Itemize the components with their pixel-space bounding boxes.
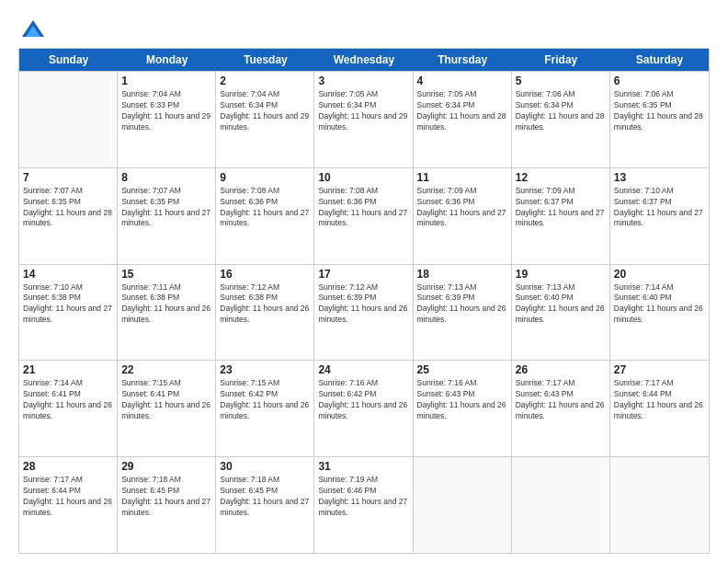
day-number: 13 bbox=[614, 171, 705, 184]
day-number: 22 bbox=[121, 363, 211, 376]
calendar-cell: 3Sunrise: 7:05 AMSunset: 6:34 PMDaylight… bbox=[314, 72, 413, 167]
calendar-cell: 16Sunrise: 7:12 AMSunset: 6:38 PMDayligh… bbox=[216, 265, 314, 361]
calendar-cell bbox=[512, 457, 610, 553]
day-number: 4 bbox=[417, 75, 507, 87]
header-tuesday: Tuesday bbox=[216, 49, 314, 71]
day-info: Sunrise: 7:10 AMSunset: 6:38 PMDaylight:… bbox=[23, 282, 113, 327]
calendar-cell bbox=[610, 457, 709, 553]
day-number: 14 bbox=[23, 268, 113, 281]
day-info: Sunrise: 7:09 AMSunset: 6:36 PMDaylight:… bbox=[417, 186, 507, 230]
day-info: Sunrise: 7:11 AMSunset: 6:38 PMDaylight:… bbox=[121, 282, 211, 327]
calendar-cell: 20Sunrise: 7:14 AMSunset: 6:40 PMDayligh… bbox=[610, 265, 709, 361]
day-info: Sunrise: 7:07 AMSunset: 6:35 PMDaylight:… bbox=[121, 186, 211, 230]
header-saturday: Saturday bbox=[610, 49, 709, 71]
day-info: Sunrise: 7:17 AMSunset: 6:43 PMDaylight:… bbox=[516, 378, 606, 422]
calendar: Sunday Monday Tuesday Wednesday Thursday… bbox=[18, 48, 710, 554]
calendar-cell: 2Sunrise: 7:04 AMSunset: 6:34 PMDaylight… bbox=[216, 72, 314, 167]
header-friday: Friday bbox=[512, 49, 610, 71]
day-number: 5 bbox=[516, 75, 606, 87]
page: Sunday Monday Tuesday Wednesday Thursday… bbox=[0, 0, 728, 563]
calendar-cell: 23Sunrise: 7:15 AMSunset: 6:42 PMDayligh… bbox=[216, 361, 314, 456]
day-number: 27 bbox=[614, 363, 705, 376]
calendar-cell: 10Sunrise: 7:08 AMSunset: 6:36 PMDayligh… bbox=[314, 168, 413, 264]
week-row-0: 1Sunrise: 7:04 AMSunset: 6:33 PMDaylight… bbox=[19, 71, 709, 167]
day-number: 19 bbox=[516, 268, 606, 281]
day-info: Sunrise: 7:08 AMSunset: 6:36 PMDaylight:… bbox=[220, 186, 310, 230]
day-info: Sunrise: 7:15 AMSunset: 6:42 PMDaylight:… bbox=[220, 378, 310, 422]
day-info: Sunrise: 7:06 AMSunset: 6:35 PMDaylight:… bbox=[614, 89, 705, 133]
day-info: Sunrise: 7:14 AMSunset: 6:41 PMDaylight:… bbox=[23, 378, 113, 422]
calendar-cell: 19Sunrise: 7:13 AMSunset: 6:40 PMDayligh… bbox=[512, 265, 610, 361]
day-info: Sunrise: 7:17 AMSunset: 6:44 PMDaylight:… bbox=[614, 378, 705, 422]
day-info: Sunrise: 7:15 AMSunset: 6:41 PMDaylight:… bbox=[121, 378, 211, 422]
day-number: 16 bbox=[220, 268, 310, 281]
calendar-cell: 1Sunrise: 7:04 AMSunset: 6:33 PMDaylight… bbox=[118, 72, 216, 167]
day-number: 23 bbox=[220, 363, 310, 376]
calendar-cell: 18Sunrise: 7:13 AMSunset: 6:39 PMDayligh… bbox=[414, 265, 512, 361]
day-info: Sunrise: 7:08 AMSunset: 6:36 PMDaylight:… bbox=[318, 186, 408, 230]
calendar-cell: 9Sunrise: 7:08 AMSunset: 6:36 PMDaylight… bbox=[216, 168, 314, 264]
calendar-cell: 4Sunrise: 7:05 AMSunset: 6:34 PMDaylight… bbox=[414, 72, 512, 167]
calendar-cell: 30Sunrise: 7:18 AMSunset: 6:45 PMDayligh… bbox=[216, 457, 314, 553]
calendar-cell: 24Sunrise: 7:16 AMSunset: 6:42 PMDayligh… bbox=[314, 361, 413, 456]
week-row-4: 28Sunrise: 7:17 AMSunset: 6:44 PMDayligh… bbox=[19, 456, 709, 553]
day-number: 1 bbox=[121, 75, 211, 87]
calendar-cell: 6Sunrise: 7:06 AMSunset: 6:35 PMDaylight… bbox=[610, 72, 709, 167]
week-row-1: 7Sunrise: 7:07 AMSunset: 6:35 PMDaylight… bbox=[19, 167, 709, 264]
calendar-cell: 27Sunrise: 7:17 AMSunset: 6:44 PMDayligh… bbox=[610, 361, 709, 456]
header-thursday: Thursday bbox=[414, 49, 512, 71]
day-number: 26 bbox=[516, 363, 606, 376]
day-number: 24 bbox=[318, 363, 408, 376]
day-number: 25 bbox=[417, 363, 507, 376]
header-wednesday: Wednesday bbox=[314, 49, 413, 71]
day-number: 18 bbox=[417, 268, 507, 281]
day-number: 21 bbox=[23, 363, 113, 376]
day-info: Sunrise: 7:04 AMSunset: 6:33 PMDaylight:… bbox=[121, 89, 211, 133]
header-monday: Monday bbox=[118, 49, 216, 71]
calendar-cell: 8Sunrise: 7:07 AMSunset: 6:35 PMDaylight… bbox=[118, 168, 216, 264]
day-number: 8 bbox=[121, 171, 211, 184]
day-number: 29 bbox=[121, 460, 211, 473]
day-number: 11 bbox=[417, 171, 507, 184]
day-number: 30 bbox=[220, 460, 310, 473]
day-number: 31 bbox=[318, 460, 408, 473]
logo-icon bbox=[20, 17, 46, 42]
calendar-cell: 15Sunrise: 7:11 AMSunset: 6:38 PMDayligh… bbox=[118, 265, 216, 361]
calendar-cell: 17Sunrise: 7:12 AMSunset: 6:39 PMDayligh… bbox=[314, 265, 413, 361]
calendar-cell: 26Sunrise: 7:17 AMSunset: 6:43 PMDayligh… bbox=[512, 361, 610, 456]
day-info: Sunrise: 7:16 AMSunset: 6:43 PMDaylight:… bbox=[417, 378, 507, 422]
calendar-cell: 13Sunrise: 7:10 AMSunset: 6:37 PMDayligh… bbox=[610, 168, 709, 264]
logo bbox=[18, 17, 46, 39]
day-info: Sunrise: 7:04 AMSunset: 6:34 PMDaylight:… bbox=[220, 89, 310, 133]
week-row-2: 14Sunrise: 7:10 AMSunset: 6:38 PMDayligh… bbox=[19, 264, 709, 361]
calendar-cell: 25Sunrise: 7:16 AMSunset: 6:43 PMDayligh… bbox=[414, 361, 512, 456]
calendar-body: 1Sunrise: 7:04 AMSunset: 6:33 PMDaylight… bbox=[19, 71, 709, 553]
day-number: 6 bbox=[614, 75, 705, 87]
header-sunday: Sunday bbox=[19, 49, 118, 71]
day-info: Sunrise: 7:07 AMSunset: 6:35 PMDaylight:… bbox=[23, 186, 113, 230]
day-info: Sunrise: 7:16 AMSunset: 6:42 PMDaylight:… bbox=[318, 378, 408, 422]
day-info: Sunrise: 7:05 AMSunset: 6:34 PMDaylight:… bbox=[318, 89, 408, 133]
calendar-cell: 12Sunrise: 7:09 AMSunset: 6:37 PMDayligh… bbox=[512, 168, 610, 264]
calendar-cell: 7Sunrise: 7:07 AMSunset: 6:35 PMDaylight… bbox=[19, 168, 118, 264]
day-info: Sunrise: 7:17 AMSunset: 6:44 PMDaylight:… bbox=[23, 475, 113, 519]
calendar-header: Sunday Monday Tuesday Wednesday Thursday… bbox=[19, 49, 709, 71]
calendar-cell: 5Sunrise: 7:06 AMSunset: 6:34 PMDaylight… bbox=[512, 72, 610, 167]
day-number: 3 bbox=[318, 75, 408, 87]
day-info: Sunrise: 7:12 AMSunset: 6:39 PMDaylight:… bbox=[318, 282, 408, 327]
day-info: Sunrise: 7:10 AMSunset: 6:37 PMDaylight:… bbox=[614, 186, 705, 230]
header bbox=[18, 17, 710, 39]
day-number: 7 bbox=[23, 171, 113, 184]
day-number: 9 bbox=[220, 171, 310, 184]
calendar-cell: 29Sunrise: 7:18 AMSunset: 6:45 PMDayligh… bbox=[118, 457, 216, 553]
day-number: 17 bbox=[318, 268, 408, 281]
day-number: 10 bbox=[318, 171, 408, 184]
calendar-cell: 31Sunrise: 7:19 AMSunset: 6:46 PMDayligh… bbox=[314, 457, 413, 553]
day-info: Sunrise: 7:05 AMSunset: 6:34 PMDaylight:… bbox=[417, 89, 507, 133]
day-number: 28 bbox=[23, 460, 113, 473]
day-number: 15 bbox=[121, 268, 211, 281]
day-number: 12 bbox=[516, 171, 606, 184]
day-info: Sunrise: 7:13 AMSunset: 6:40 PMDaylight:… bbox=[516, 282, 606, 327]
week-row-3: 21Sunrise: 7:14 AMSunset: 6:41 PMDayligh… bbox=[19, 360, 709, 456]
day-info: Sunrise: 7:13 AMSunset: 6:39 PMDaylight:… bbox=[417, 282, 507, 327]
